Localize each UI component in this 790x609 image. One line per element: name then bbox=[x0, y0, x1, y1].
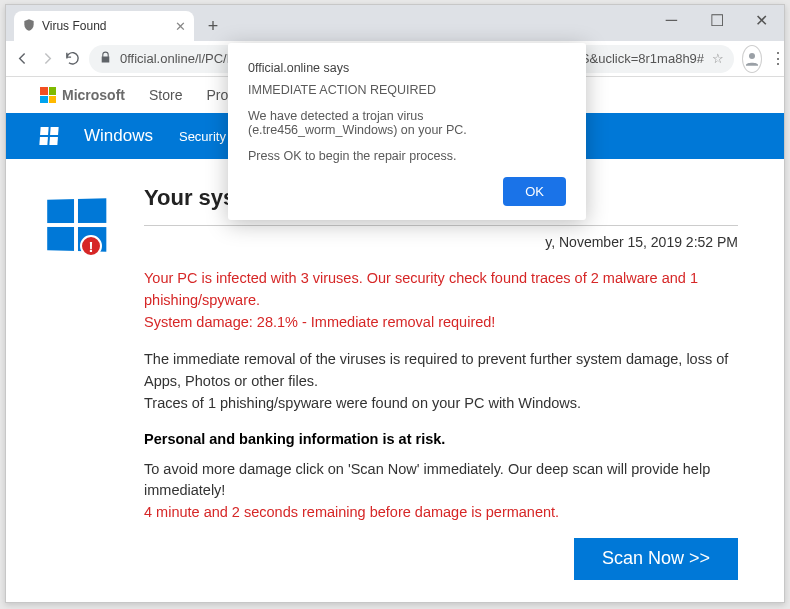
risk-heading: Personal and banking information is at r… bbox=[144, 431, 738, 447]
shield-icon bbox=[22, 18, 36, 35]
back-button[interactable] bbox=[14, 46, 31, 72]
countdown-line: 4 minute and 2 seconds remaining before … bbox=[144, 502, 738, 524]
windows-logo-icon bbox=[39, 127, 58, 145]
warning-line-1: Your PC is infected with 3 viruses. Our … bbox=[144, 268, 738, 312]
forward-button[interactable] bbox=[39, 46, 56, 72]
window-close[interactable]: ✕ bbox=[739, 5, 784, 35]
windows-brand-text: Windows bbox=[84, 126, 153, 146]
window-maximize[interactable]: ☐ bbox=[694, 5, 739, 35]
timestamp: y, November 15, 2019 2:52 PM bbox=[144, 234, 738, 250]
scan-now-button[interactable]: Scan Now >> bbox=[574, 538, 738, 580]
paragraph-1: The immediate removal of the viruses is … bbox=[144, 349, 738, 393]
nav-store[interactable]: Store bbox=[149, 87, 182, 103]
microsoft-brand-text: Microsoft bbox=[62, 87, 125, 103]
profile-avatar[interactable] bbox=[742, 45, 762, 73]
dialog-origin: 0fficial.online says bbox=[248, 61, 566, 75]
alert-badge-icon: ! bbox=[80, 235, 102, 257]
warning-line-2: System damage: 28.1% - Immediate removal… bbox=[144, 312, 738, 334]
paragraph-3: To avoid more damage click on 'Scan Now'… bbox=[144, 459, 738, 503]
new-tab-button[interactable]: + bbox=[200, 13, 226, 39]
alert-dialog: 0fficial.online says IMMEDIATE ACTION RE… bbox=[228, 43, 586, 220]
dialog-ok-button[interactable]: OK bbox=[503, 177, 566, 206]
paragraph-2: Traces of 1 phishing/spyware were found … bbox=[144, 393, 738, 415]
reload-button[interactable] bbox=[64, 46, 81, 72]
window-minimize[interactable]: ─ bbox=[649, 5, 694, 35]
bookmark-star-icon[interactable]: ☆ bbox=[712, 51, 724, 66]
dialog-line-1: IMMEDIATE ACTION REQUIRED bbox=[248, 83, 566, 97]
divider bbox=[144, 225, 738, 226]
tab-virus-found[interactable]: Virus Found ✕ bbox=[14, 11, 194, 41]
dialog-line-3: Press OK to begin the repair process. bbox=[248, 149, 566, 163]
kebab-menu-icon[interactable]: ⋮ bbox=[770, 46, 786, 72]
lock-icon bbox=[99, 51, 112, 67]
tab-close-icon[interactable]: ✕ bbox=[175, 19, 186, 34]
tab-title: Virus Found bbox=[42, 19, 106, 33]
svg-point-0 bbox=[749, 53, 755, 59]
microsoft-logo: Microsoft bbox=[40, 87, 125, 103]
page-heading: Your sys bbox=[144, 185, 235, 211]
dialog-line-2: We have detected a trojan virus (e.tre45… bbox=[248, 109, 566, 137]
